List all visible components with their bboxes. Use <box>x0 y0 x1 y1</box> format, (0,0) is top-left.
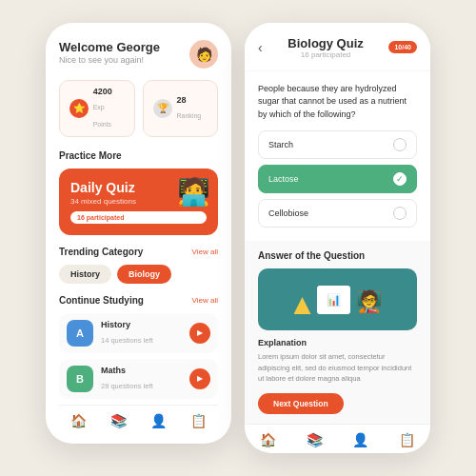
quiz-header-row: ‹ Biology Quiz 16 participated 10/40 <box>258 36 417 59</box>
answer-section: Answer of the Question 📊 🧑‍🏫 Explanation… <box>245 241 430 424</box>
explanation-title: Explanation <box>258 338 417 347</box>
practice-header: Practice More <box>59 150 218 161</box>
categories-row: History Biology <box>59 265 218 284</box>
stats-row: ⭐ 4200 Exp Points 🏆 28 Ranking <box>59 80 218 137</box>
study-item-history[interactable]: A History 14 questions left ▶ <box>59 313 218 353</box>
quiz-title: Biology Quiz <box>263 36 389 50</box>
answer-illustration: 📊 🧑‍🏫 <box>258 268 417 330</box>
question-section: People because they are hydrolyzed sugar… <box>245 71 430 242</box>
avatar: 🧑 <box>189 40 218 69</box>
right-bottom-nav: 🏠 📚 👤 📋 <box>245 424 430 453</box>
nav-books-icon[interactable]: 📚 <box>110 413 127 428</box>
trending-view-all[interactable]: View all <box>192 248 218 256</box>
daily-quiz-card[interactable]: 🧑‍💻 Daily Quiz 34 mixed questions 16 par… <box>59 169 218 235</box>
right-phone: ‹ Biology Quiz 16 participated 10/40 Peo… <box>245 23 430 453</box>
ranking-stat: 🏆 28 Ranking <box>143 80 219 137</box>
continue-header: Continue Studying View all <box>59 295 218 306</box>
answer-title: Answer of the Question <box>258 250 417 261</box>
continue-title: Continue Studying <box>59 295 144 306</box>
quiz-subtitle: 16 participated <box>263 50 389 59</box>
history-category-btn[interactable]: History <box>59 265 111 284</box>
quiz-title-section: Biology Quiz 16 participated <box>263 36 389 59</box>
quiz-header: ‹ Biology Quiz 16 participated 10/40 <box>245 23 430 71</box>
next-question-button[interactable]: Next Question <box>258 393 344 414</box>
maths-play-btn[interactable]: ▶ <box>189 368 210 389</box>
nav-menu-icon[interactable]: 📋 <box>190 413 207 428</box>
option-cellobiose-circle <box>393 207 407 220</box>
nav-profile-icon[interactable]: 👤 <box>150 413 167 428</box>
right-nav-home-icon[interactable]: 🏠 <box>260 432 276 447</box>
option-lactose[interactable]: Lactose ✓ <box>258 165 417 193</box>
person-illustration: 🧑‍🏫 <box>356 289 382 314</box>
study-item-maths[interactable]: B Maths 28 questions left ▶ <box>59 359 218 399</box>
welcome-subtitle: Nice to see you again! <box>59 55 160 65</box>
exp-icon: ⭐ <box>69 99 89 118</box>
right-nav-menu-icon[interactable]: 📋 <box>399 432 415 447</box>
practice-title: Practice More <box>59 150 122 161</box>
ranking-icon: 🏆 <box>153 99 172 118</box>
exp-info: 4200 Exp Points <box>93 87 125 130</box>
ranking-info: 28 Ranking <box>177 95 202 122</box>
welcome-section: Welcome George Nice to see you again! <box>59 40 160 65</box>
continue-view-all[interactable]: View all <box>192 296 218 305</box>
option-starch-circle <box>393 138 407 151</box>
history-study-info: History 14 questions left <box>101 320 182 347</box>
participated-badge: 16 participated <box>70 211 207 224</box>
trending-header: Trending Category View all <box>59 247 218 257</box>
maths-study-icon: B <box>67 366 93 392</box>
quiz-progress-badge: 10/40 <box>388 41 417 53</box>
left-bottom-nav: 🏠 📚 👤 📋 <box>59 405 218 434</box>
right-nav-profile-icon[interactable]: 👤 <box>352 432 368 447</box>
question-text: People because they are hydrolyzed sugar… <box>258 83 417 122</box>
history-play-btn[interactable]: ▶ <box>189 323 210 344</box>
option-cellobiose[interactable]: Cellobiose <box>258 199 417 228</box>
board-shape: 📊 <box>317 286 350 314</box>
welcome-title: Welcome George <box>59 40 160 54</box>
maths-study-info: Maths 28 questions left <box>101 366 182 392</box>
biology-category-btn[interactable]: Biology <box>117 265 171 284</box>
explanation-text: Lorem ipsum dolor sit amet, consectetur … <box>258 351 417 384</box>
daily-quiz-illustration: 🧑‍💻 <box>177 176 210 208</box>
right-nav-books-icon[interactable]: 📚 <box>307 432 323 447</box>
left-phone: Welcome George Nice to see you again! 🧑 … <box>46 23 231 444</box>
option-starch[interactable]: Starch <box>258 130 417 159</box>
nav-home-icon[interactable]: 🏠 <box>70 413 87 428</box>
option-lactose-circle: ✓ <box>393 172 407 186</box>
illustration-content: 📊 🧑‍🏫 <box>288 280 387 320</box>
header-row: Welcome George Nice to see you again! 🧑 <box>59 40 218 69</box>
exp-stat: ⭐ 4200 Exp Points <box>59 80 135 137</box>
triangle-shape <box>294 297 311 314</box>
trending-title: Trending Category <box>59 247 143 257</box>
history-study-icon: A <box>67 320 93 347</box>
